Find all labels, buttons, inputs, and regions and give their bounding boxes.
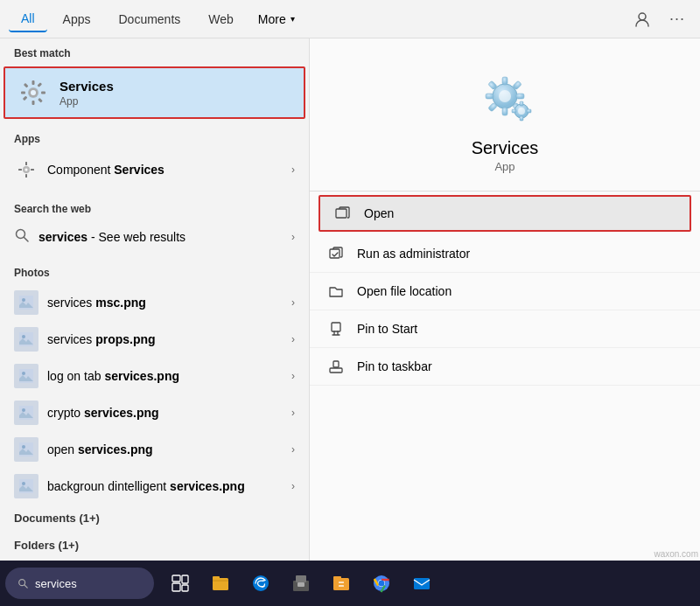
- store-icon[interactable]: [282, 564, 320, 603]
- svg-rect-73: [414, 578, 430, 589]
- svg-rect-45: [520, 101, 523, 106]
- svg-point-28: [22, 408, 25, 412]
- action-pin-start[interactable]: Pin to Start: [310, 310, 700, 348]
- file-explorer-icon[interactable]: [201, 564, 240, 603]
- pin-taskbar-icon: [327, 358, 345, 375]
- edge-icon[interactable]: [242, 564, 280, 603]
- svg-point-11: [31, 90, 36, 95]
- photo-chevron-4: ›: [291, 407, 295, 419]
- svg-rect-46: [520, 116, 523, 121]
- svg-rect-4: [21, 92, 25, 94]
- documents-label[interactable]: Documents (1+): [0, 505, 309, 532]
- more-options-icon[interactable]: ···: [663, 5, 691, 33]
- photo-thumb-2: [14, 327, 38, 352]
- photo-item-2[interactable]: services props.png ›: [0, 321, 309, 358]
- svg-rect-61: [213, 576, 220, 580]
- svg-point-30: [22, 445, 25, 449]
- photo-item-5[interactable]: open services.png ›: [0, 431, 309, 468]
- taskbar-search[interactable]: [5, 568, 154, 599]
- web-search-item[interactable]: services - See web results ›: [0, 220, 309, 253]
- web-item-left: services - See web results: [14, 227, 186, 246]
- svg-rect-3: [32, 101, 35, 105]
- svg-point-32: [22, 482, 25, 485]
- svg-line-55: [24, 585, 27, 588]
- list-item-component-services[interactable]: Component Services ›: [0, 150, 309, 189]
- services-icon: [18, 77, 49, 108]
- svg-point-0: [639, 13, 646, 20]
- photo-item-4[interactable]: crypto services.png ›: [0, 394, 309, 431]
- svg-rect-47: [512, 109, 516, 113]
- right-panel: Services App Open: [310, 38, 700, 561]
- action-admin-label: Run as administrator: [357, 247, 470, 261]
- photo-item-1[interactable]: services msc.png ›: [0, 284, 309, 321]
- photo-label-2: services props.png: [47, 332, 156, 346]
- photo-label-3: log on tab services.png: [47, 369, 179, 383]
- filemanager-icon[interactable]: [322, 564, 360, 603]
- chevron-down-icon: ▾: [290, 14, 295, 24]
- run-admin-icon: [327, 245, 345, 262]
- best-match-item[interactable]: Services App: [4, 66, 305, 119]
- photo-thumb-4: [14, 401, 38, 425]
- svg-rect-53: [333, 361, 339, 367]
- svg-point-34: [499, 90, 511, 102]
- action-open[interactable]: Open: [318, 195, 691, 232]
- photo-label-5: open services.png: [47, 442, 153, 456]
- svg-point-26: [22, 372, 25, 375]
- left-panel: Best match: [0, 38, 310, 561]
- photo-thumb-5: [14, 437, 38, 462]
- list-item-left: Component Services: [14, 157, 164, 182]
- svg-rect-7: [38, 98, 43, 103]
- svg-rect-15: [18, 169, 22, 171]
- svg-rect-35: [502, 77, 508, 85]
- taskbar: [0, 561, 700, 606]
- photo-item-3[interactable]: log on tab services.png ›: [0, 358, 309, 394]
- svg-rect-69: [339, 585, 344, 587]
- main-container: Best match: [0, 38, 700, 561]
- photo-label-4: crypto services.png: [47, 406, 159, 420]
- photo-chevron-5: ›: [291, 443, 295, 456]
- photo-chevron-3: ›: [291, 370, 295, 382]
- svg-rect-37: [486, 94, 494, 99]
- svg-rect-60: [213, 578, 228, 590]
- app-icon-large: [473, 65, 536, 128]
- folders-label[interactable]: Folders (1+): [0, 532, 309, 559]
- svg-point-72: [379, 581, 385, 587]
- tab-more[interactable]: More ▾: [249, 7, 304, 31]
- folder-icon: [327, 282, 345, 300]
- component-services-label: Component Services: [47, 163, 164, 177]
- action-open-location[interactable]: Open file location: [310, 273, 700, 310]
- search-input[interactable]: [35, 577, 142, 590]
- photo-thumb-1: [14, 290, 38, 315]
- tab-documents[interactable]: Documents: [106, 7, 192, 31]
- action-pin-start-label: Pin to Start: [357, 322, 417, 336]
- photo-item-6[interactable]: backgroun dintelligent services.png ›: [0, 468, 309, 505]
- tab-web[interactable]: Web: [196, 7, 246, 31]
- svg-rect-13: [25, 162, 27, 165]
- taskview-icon[interactable]: [161, 564, 200, 603]
- best-match-label: Best match: [0, 38, 309, 65]
- action-pin-taskbar[interactable]: Pin to taskbar: [310, 348, 700, 386]
- svg-rect-2: [32, 80, 35, 85]
- web-label: Search the web: [0, 194, 309, 220]
- svg-rect-14: [25, 174, 27, 178]
- web-section: Search the web services - See web result…: [0, 194, 309, 253]
- action-location-label: Open file location: [357, 284, 452, 298]
- photo-chevron-1: ›: [291, 296, 295, 309]
- profile-icon[interactable]: [628, 5, 656, 33]
- taskbar-search-icon: [18, 577, 28, 589]
- tab-all[interactable]: All: [9, 6, 47, 32]
- mail-icon[interactable]: [402, 564, 441, 603]
- svg-rect-59: [182, 585, 188, 591]
- action-open-label: Open: [364, 206, 394, 220]
- svg-rect-51: [332, 323, 340, 331]
- action-run-admin[interactable]: Run as administrator: [310, 235, 700, 273]
- svg-rect-38: [516, 94, 524, 99]
- right-top: Services App: [310, 38, 700, 192]
- settings-label[interactable]: Settings (2): [0, 559, 309, 561]
- svg-rect-52: [330, 368, 342, 373]
- photo-chevron-6: ›: [291, 480, 295, 492]
- tab-apps[interactable]: Apps: [51, 7, 103, 31]
- chrome-icon[interactable]: [362, 564, 401, 603]
- svg-rect-6: [24, 83, 29, 88]
- svg-rect-56: [172, 583, 180, 591]
